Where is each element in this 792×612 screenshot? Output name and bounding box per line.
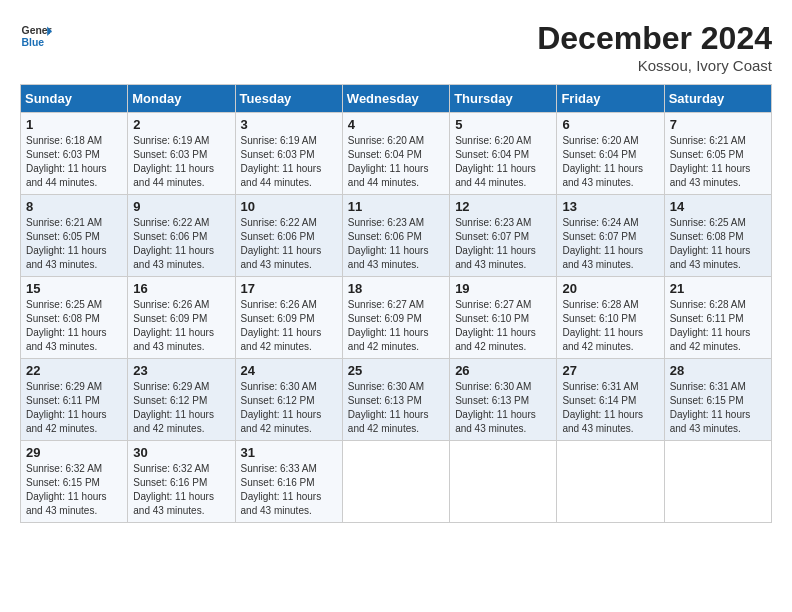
day-number: 11 xyxy=(348,199,444,214)
header-sunday: Sunday xyxy=(21,85,128,113)
day-info: Sunrise: 6:28 AMSunset: 6:11 PMDaylight:… xyxy=(670,298,766,354)
day-info: Sunrise: 6:25 AMSunset: 6:08 PMDaylight:… xyxy=(670,216,766,272)
day-info: Sunrise: 6:32 AMSunset: 6:15 PMDaylight:… xyxy=(26,462,122,518)
day-number: 29 xyxy=(26,445,122,460)
title-block: December 2024 Kossou, Ivory Coast xyxy=(537,20,772,74)
day-number: 30 xyxy=(133,445,229,460)
calendar-cell: 6Sunrise: 6:20 AMSunset: 6:04 PMDaylight… xyxy=(557,113,664,195)
day-number: 21 xyxy=(670,281,766,296)
day-info: Sunrise: 6:21 AMSunset: 6:05 PMDaylight:… xyxy=(26,216,122,272)
calendar-cell: 16Sunrise: 6:26 AMSunset: 6:09 PMDayligh… xyxy=(128,277,235,359)
calendar-table: Sunday Monday Tuesday Wednesday Thursday… xyxy=(20,84,772,523)
day-number: 19 xyxy=(455,281,551,296)
calendar-cell: 8Sunrise: 6:21 AMSunset: 6:05 PMDaylight… xyxy=(21,195,128,277)
calendar-cell: 23Sunrise: 6:29 AMSunset: 6:12 PMDayligh… xyxy=(128,359,235,441)
calendar-cell: 4Sunrise: 6:20 AMSunset: 6:04 PMDaylight… xyxy=(342,113,449,195)
calendar-cell xyxy=(342,441,449,523)
day-number: 14 xyxy=(670,199,766,214)
day-number: 31 xyxy=(241,445,337,460)
header-saturday: Saturday xyxy=(664,85,771,113)
day-info: Sunrise: 6:23 AMSunset: 6:06 PMDaylight:… xyxy=(348,216,444,272)
calendar-cell xyxy=(450,441,557,523)
day-info: Sunrise: 6:19 AMSunset: 6:03 PMDaylight:… xyxy=(133,134,229,190)
days-header-row: Sunday Monday Tuesday Wednesday Thursday… xyxy=(21,85,772,113)
day-number: 1 xyxy=(26,117,122,132)
calendar-cell xyxy=(664,441,771,523)
calendar-cell xyxy=(557,441,664,523)
day-number: 28 xyxy=(670,363,766,378)
day-number: 27 xyxy=(562,363,658,378)
day-number: 10 xyxy=(241,199,337,214)
day-info: Sunrise: 6:26 AMSunset: 6:09 PMDaylight:… xyxy=(241,298,337,354)
day-number: 6 xyxy=(562,117,658,132)
day-number: 15 xyxy=(26,281,122,296)
day-info: Sunrise: 6:30 AMSunset: 6:12 PMDaylight:… xyxy=(241,380,337,436)
day-info: Sunrise: 6:20 AMSunset: 6:04 PMDaylight:… xyxy=(455,134,551,190)
calendar-cell: 31Sunrise: 6:33 AMSunset: 6:16 PMDayligh… xyxy=(235,441,342,523)
header-tuesday: Tuesday xyxy=(235,85,342,113)
day-info: Sunrise: 6:23 AMSunset: 6:07 PMDaylight:… xyxy=(455,216,551,272)
calendar-cell: 12Sunrise: 6:23 AMSunset: 6:07 PMDayligh… xyxy=(450,195,557,277)
day-info: Sunrise: 6:28 AMSunset: 6:10 PMDaylight:… xyxy=(562,298,658,354)
calendar-cell: 14Sunrise: 6:25 AMSunset: 6:08 PMDayligh… xyxy=(664,195,771,277)
day-number: 16 xyxy=(133,281,229,296)
day-info: Sunrise: 6:20 AMSunset: 6:04 PMDaylight:… xyxy=(348,134,444,190)
location: Kossou, Ivory Coast xyxy=(537,57,772,74)
calendar-cell: 5Sunrise: 6:20 AMSunset: 6:04 PMDaylight… xyxy=(450,113,557,195)
day-number: 5 xyxy=(455,117,551,132)
day-number: 13 xyxy=(562,199,658,214)
calendar-week-5: 29Sunrise: 6:32 AMSunset: 6:15 PMDayligh… xyxy=(21,441,772,523)
day-number: 22 xyxy=(26,363,122,378)
header-friday: Friday xyxy=(557,85,664,113)
day-info: Sunrise: 6:32 AMSunset: 6:16 PMDaylight:… xyxy=(133,462,229,518)
calendar-week-4: 22Sunrise: 6:29 AMSunset: 6:11 PMDayligh… xyxy=(21,359,772,441)
day-info: Sunrise: 6:30 AMSunset: 6:13 PMDaylight:… xyxy=(455,380,551,436)
calendar-cell: 7Sunrise: 6:21 AMSunset: 6:05 PMDaylight… xyxy=(664,113,771,195)
calendar-cell: 20Sunrise: 6:28 AMSunset: 6:10 PMDayligh… xyxy=(557,277,664,359)
calendar-cell: 18Sunrise: 6:27 AMSunset: 6:09 PMDayligh… xyxy=(342,277,449,359)
day-number: 24 xyxy=(241,363,337,378)
day-number: 2 xyxy=(133,117,229,132)
logo-icon: General Blue xyxy=(20,20,52,52)
header-monday: Monday xyxy=(128,85,235,113)
day-number: 23 xyxy=(133,363,229,378)
day-info: Sunrise: 6:22 AMSunset: 6:06 PMDaylight:… xyxy=(133,216,229,272)
day-info: Sunrise: 6:31 AMSunset: 6:15 PMDaylight:… xyxy=(670,380,766,436)
calendar-cell: 10Sunrise: 6:22 AMSunset: 6:06 PMDayligh… xyxy=(235,195,342,277)
day-info: Sunrise: 6:22 AMSunset: 6:06 PMDaylight:… xyxy=(241,216,337,272)
calendar-cell: 19Sunrise: 6:27 AMSunset: 6:10 PMDayligh… xyxy=(450,277,557,359)
calendar-week-3: 15Sunrise: 6:25 AMSunset: 6:08 PMDayligh… xyxy=(21,277,772,359)
calendar-cell: 3Sunrise: 6:19 AMSunset: 6:03 PMDaylight… xyxy=(235,113,342,195)
day-number: 20 xyxy=(562,281,658,296)
calendar-cell: 11Sunrise: 6:23 AMSunset: 6:06 PMDayligh… xyxy=(342,195,449,277)
header-wednesday: Wednesday xyxy=(342,85,449,113)
calendar-week-2: 8Sunrise: 6:21 AMSunset: 6:05 PMDaylight… xyxy=(21,195,772,277)
day-info: Sunrise: 6:18 AMSunset: 6:03 PMDaylight:… xyxy=(26,134,122,190)
day-number: 9 xyxy=(133,199,229,214)
day-number: 12 xyxy=(455,199,551,214)
day-number: 26 xyxy=(455,363,551,378)
day-info: Sunrise: 6:19 AMSunset: 6:03 PMDaylight:… xyxy=(241,134,337,190)
day-info: Sunrise: 6:20 AMSunset: 6:04 PMDaylight:… xyxy=(562,134,658,190)
day-info: Sunrise: 6:24 AMSunset: 6:07 PMDaylight:… xyxy=(562,216,658,272)
svg-text:Blue: Blue xyxy=(22,37,45,48)
day-info: Sunrise: 6:21 AMSunset: 6:05 PMDaylight:… xyxy=(670,134,766,190)
day-info: Sunrise: 6:27 AMSunset: 6:10 PMDaylight:… xyxy=(455,298,551,354)
calendar-cell: 15Sunrise: 6:25 AMSunset: 6:08 PMDayligh… xyxy=(21,277,128,359)
day-info: Sunrise: 6:29 AMSunset: 6:11 PMDaylight:… xyxy=(26,380,122,436)
calendar-cell: 30Sunrise: 6:32 AMSunset: 6:16 PMDayligh… xyxy=(128,441,235,523)
day-info: Sunrise: 6:30 AMSunset: 6:13 PMDaylight:… xyxy=(348,380,444,436)
calendar-cell: 22Sunrise: 6:29 AMSunset: 6:11 PMDayligh… xyxy=(21,359,128,441)
calendar-cell: 2Sunrise: 6:19 AMSunset: 6:03 PMDaylight… xyxy=(128,113,235,195)
day-number: 7 xyxy=(670,117,766,132)
header-thursday: Thursday xyxy=(450,85,557,113)
day-number: 3 xyxy=(241,117,337,132)
day-number: 25 xyxy=(348,363,444,378)
calendar-cell: 1Sunrise: 6:18 AMSunset: 6:03 PMDaylight… xyxy=(21,113,128,195)
page-header: General Blue December 2024 Kossou, Ivory… xyxy=(20,20,772,74)
calendar-cell: 28Sunrise: 6:31 AMSunset: 6:15 PMDayligh… xyxy=(664,359,771,441)
calendar-cell: 27Sunrise: 6:31 AMSunset: 6:14 PMDayligh… xyxy=(557,359,664,441)
logo: General Blue xyxy=(20,20,52,52)
day-number: 4 xyxy=(348,117,444,132)
calendar-cell: 25Sunrise: 6:30 AMSunset: 6:13 PMDayligh… xyxy=(342,359,449,441)
